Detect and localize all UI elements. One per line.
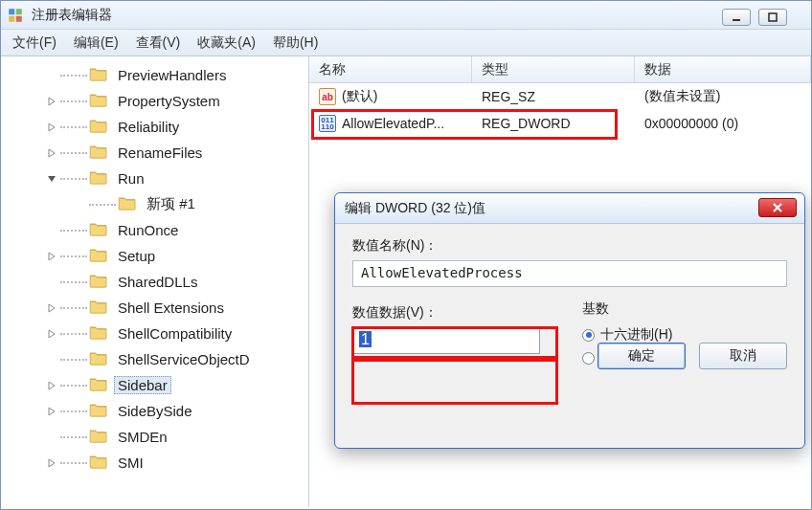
svg-rect-3: [16, 15, 22, 21]
folder-icon: [89, 247, 114, 265]
tree-leaf-icon: [45, 276, 58, 289]
tree-leaf-icon: [45, 353, 58, 366]
tree-item-label: RenameFiles: [114, 144, 206, 161]
value-name: (默认): [342, 88, 377, 105]
tree-connector-icon: [60, 230, 87, 232]
value-data-input[interactable]: 1: [352, 327, 540, 354]
value-data: 0x00000000 (0): [644, 116, 738, 131]
folder-icon: [89, 299, 114, 317]
radio-icon: [582, 329, 595, 342]
tree-item[interactable]: SMI: [1, 450, 308, 476]
dialog-body: 数值名称(N)： AllowElevatedProcess 数值数据(V)： 1…: [335, 224, 804, 381]
value-name-field[interactable]: AllowElevatedProcess: [352, 260, 787, 287]
tree-item-label: SideBySide: [114, 403, 196, 419]
menu-view[interactable]: 查看(V): [136, 34, 181, 52]
tree-expander-icon[interactable]: [45, 405, 58, 418]
tree-expander-icon[interactable]: [45, 146, 58, 160]
tree-leaf-icon: [45, 69, 58, 82]
tree-connector-icon: [60, 410, 87, 412]
tree-connector-icon: [60, 462, 87, 464]
tree-expander-icon[interactable]: [45, 379, 58, 392]
registry-editor-window: 注册表编辑器 文件(F) 编辑(E) 查看(V) 收藏夹(A) 帮助(H) Pr…: [0, 0, 812, 510]
folder-icon: [89, 350, 114, 368]
tree-expander-icon[interactable]: [45, 172, 58, 186]
tree-pane[interactable]: PreviewHandlersPropertySystemReliability…: [1, 56, 309, 507]
menu-favorites[interactable]: 收藏夹(A): [197, 34, 256, 52]
tree-leaf-icon: [45, 224, 58, 237]
tree-item-label: 新项 #1: [143, 195, 199, 213]
tree-expander-icon[interactable]: [45, 250, 58, 263]
folder-icon: [89, 376, 114, 394]
tree-item[interactable]: Setup: [1, 243, 308, 269]
folder-icon: [89, 454, 114, 472]
tree-item-label: PropertySystem: [114, 93, 224, 109]
folder-icon: [89, 118, 114, 136]
dialog-title-bar[interactable]: 编辑 DWORD (32 位)值: [335, 193, 804, 224]
tree-leaf-icon: [45, 431, 58, 444]
folder-icon: [89, 169, 114, 188]
tree-connector-icon: [60, 255, 87, 257]
tree-item-label: Run: [114, 170, 148, 187]
menu-edit[interactable]: 编辑(E): [74, 34, 119, 52]
tree-item[interactable]: SideBySide: [1, 398, 308, 424]
tree-connector-icon: [60, 307, 87, 309]
tree-item-label: Reliability: [114, 119, 183, 135]
folder-icon: [118, 195, 143, 213]
tree-connector-icon: [60, 359, 87, 361]
minimize-button[interactable]: [722, 9, 751, 26]
tree-item-label: Setup: [114, 248, 159, 264]
tree-item[interactable]: SMDEn: [1, 424, 308, 450]
edit-dword-dialog: 编辑 DWORD (32 位)值 数值名称(N)： AllowElevatedP…: [334, 192, 805, 449]
list-row[interactable]: ab(默认)REG_SZ(数值未设置): [309, 83, 811, 110]
col-header-type[interactable]: 类型: [472, 56, 635, 82]
tree-item[interactable]: PreviewHandlers: [1, 62, 308, 88]
ok-button[interactable]: 确定: [598, 343, 686, 369]
value-data: (数值未设置): [644, 88, 720, 105]
tree-item[interactable]: RunOnce: [1, 217, 308, 243]
tree-expander-icon[interactable]: [45, 301, 58, 315]
registry-tree: PreviewHandlersPropertySystemReliability…: [1, 62, 308, 476]
window-title: 注册表编辑器: [32, 7, 805, 24]
tree-item[interactable]: SharedDLLs: [1, 269, 308, 295]
value-type: REG_SZ: [482, 89, 535, 104]
tree-connector-icon: [60, 100, 87, 102]
tree-leaf-icon: [74, 198, 87, 211]
tree-connector-icon: [60, 333, 87, 335]
maximize-button[interactable]: [758, 9, 787, 26]
menu-file[interactable]: 文件(F): [12, 34, 56, 52]
tree-item[interactable]: Sidebar: [1, 372, 308, 398]
tree-item-label: SMDEn: [114, 429, 171, 445]
svg-rect-2: [9, 15, 14, 21]
tree-item[interactable]: PropertySystem: [1, 88, 308, 114]
tree-item[interactable]: Reliability: [1, 114, 308, 140]
tree-connector-icon: [60, 75, 87, 77]
folder-icon: [89, 92, 114, 110]
app-icon: [7, 7, 24, 24]
svg-rect-0: [9, 9, 14, 14]
menu-bar: 文件(F) 编辑(E) 查看(V) 收藏夹(A) 帮助(H): [1, 30, 811, 56]
tree-expander-icon[interactable]: [45, 95, 58, 108]
tree-connector-icon: [60, 126, 87, 128]
tree-connector-icon: [60, 436, 87, 438]
tree-item[interactable]: Shell Extensions: [1, 295, 308, 321]
tree-item[interactable]: ShellServiceObjectD: [1, 346, 308, 372]
title-bar: 注册表编辑器: [1, 1, 811, 30]
value-type: REG_DWORD: [482, 116, 571, 131]
tree-expander-icon[interactable]: [45, 121, 58, 134]
tree-item[interactable]: Run: [1, 166, 308, 191]
tree-item[interactable]: RenameFiles: [1, 140, 308, 166]
tree-expander-icon[interactable]: [45, 327, 58, 341]
col-header-data[interactable]: 数据: [635, 56, 811, 82]
tree-connector-icon: [60, 385, 87, 387]
list-row[interactable]: 011110AllowElevatedP...REG_DWORD0x000000…: [309, 110, 811, 137]
tree-item[interactable]: ShellCompatibility: [1, 321, 308, 346]
cancel-button[interactable]: 取消: [699, 343, 787, 369]
tree-item[interactable]: 新项 #1: [1, 191, 308, 217]
dialog-close-button[interactable]: [758, 198, 797, 217]
folder-icon: [89, 402, 114, 420]
tree-expander-icon[interactable]: [45, 456, 58, 470]
dword-value-icon: 011110: [319, 115, 336, 132]
menu-help[interactable]: 帮助(H): [273, 34, 318, 52]
col-header-name[interactable]: 名称: [309, 56, 472, 82]
dialog-buttons: 确定 取消: [598, 343, 787, 369]
